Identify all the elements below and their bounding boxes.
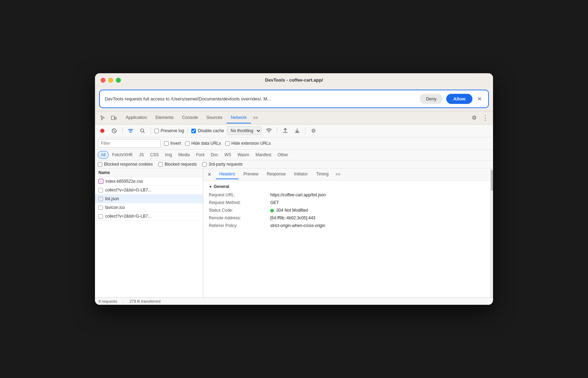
toolbar-separator-1	[122, 127, 123, 134]
file-checkbox-collect-1	[98, 188, 103, 192]
maximize-button[interactable]	[116, 78, 121, 83]
more-options-icon[interactable]: ⋮	[480, 113, 490, 123]
minimize-button[interactable]	[108, 78, 113, 83]
type-btn-css[interactable]: CSS	[147, 151, 162, 158]
network-settings-icon[interactable]: ⚙	[309, 126, 318, 135]
devtools-body: Application Elements Console Sources Net…	[95, 111, 493, 305]
type-btn-manifest[interactable]: Manifest	[253, 151, 274, 158]
detail-tab-response[interactable]: Response	[263, 169, 289, 179]
invert-checkbox[interactable]	[164, 141, 169, 146]
type-btn-font[interactable]: Font	[193, 151, 207, 158]
blocked-requests-label[interactable]: Blocked requests	[158, 162, 197, 167]
upload-icon[interactable]	[281, 126, 290, 135]
search-icon[interactable]	[138, 126, 147, 135]
type-btn-ws[interactable]: WS	[222, 151, 234, 158]
file-name-collect-2: collect?v=2&tid=G-LB7...	[105, 214, 152, 219]
toolbar-separator-3	[188, 127, 188, 134]
file-list: Name □ index-b859522e.css collect?v=2&ti…	[95, 168, 203, 297]
scrollbar-track[interactable]	[490, 168, 493, 297]
wifi-icon[interactable]	[264, 126, 273, 135]
cursor-icon[interactable]	[98, 113, 108, 123]
detail-tab-preview[interactable]: Preview	[240, 169, 262, 179]
svg-point-5	[140, 129, 144, 132]
transferred-size: 279 B transferred	[130, 299, 161, 303]
type-btn-fetch-xhr[interactable]: Fetch/XHR	[109, 151, 135, 158]
blocked-cookies-label[interactable]: Blocked response cookies	[98, 162, 153, 167]
type-btn-all[interactable]: All	[98, 151, 109, 159]
type-btn-doc[interactable]: Doc	[208, 151, 221, 158]
hide-data-urls-checkbox[interactable]	[185, 141, 190, 146]
devtools-window: DevTools - coffee-cart.app/ DevTools req…	[95, 73, 493, 305]
svg-point-2	[100, 129, 104, 133]
blocked-requests-checkbox[interactable]	[158, 162, 163, 167]
scrollbar-thumb[interactable]	[491, 170, 493, 191]
disable-cache-label[interactable]: Disable cache	[191, 128, 224, 133]
detail-row-referrer: Referrer Policy: strict-origin-when-cros…	[209, 223, 485, 228]
permission-close-button[interactable]: ✕	[476, 96, 483, 102]
hide-extension-urls-label[interactable]: Hide extension URLs	[225, 141, 271, 146]
type-filters-bar: All Fetch/XHR JS CSS Img Media Font Doc …	[95, 150, 493, 160]
titlebar: DevTools - coffee-cart.app/	[95, 73, 493, 87]
tab-console[interactable]: Console	[178, 112, 202, 123]
detail-tab-timing[interactable]: Timing	[313, 169, 332, 179]
status-bar: 9 requests | 279 B transferred	[95, 297, 493, 305]
third-party-checkbox[interactable]	[202, 162, 207, 167]
detail-tabs: ✕ Headers Preview Response Initiator Tim…	[203, 168, 490, 181]
disable-cache-checkbox[interactable]	[191, 129, 196, 133]
file-item-favicon[interactable]: favicon.ico	[95, 203, 203, 212]
stop-recording-icon[interactable]	[98, 126, 107, 135]
preserve-log-label[interactable]: Preserve log	[154, 128, 184, 133]
tab-elements[interactable]: Elements	[151, 112, 178, 123]
type-btn-wasm[interactable]: Wasm	[235, 151, 252, 158]
css-file-icon: □	[98, 179, 103, 184]
deny-button[interactable]: Deny	[420, 94, 443, 104]
detail-tab-initiator[interactable]: Initiator	[291, 169, 311, 179]
row-val-method: GET	[270, 200, 279, 205]
file-checkbox-favicon	[98, 205, 103, 210]
third-party-requests-label[interactable]: 3rd-party requests	[202, 162, 242, 167]
detail-close-button[interactable]: ✕	[206, 170, 213, 179]
detail-tab-headers[interactable]: Headers	[216, 169, 238, 179]
tab-application[interactable]: Application	[122, 112, 151, 123]
detail-content: ▼ General Request URL: https://coffee-ca…	[203, 181, 490, 297]
filter-input[interactable]	[98, 139, 161, 148]
file-item-collect-1[interactable]: collect?v=2&tid=G-LB7...	[95, 186, 203, 195]
allow-button[interactable]: Allow	[446, 94, 472, 104]
throttle-select[interactable]: No throttling	[227, 127, 262, 135]
file-item-css[interactable]: □ index-b859522e.css	[95, 177, 203, 186]
type-btn-other[interactable]: Other	[275, 151, 291, 158]
svg-rect-1	[115, 117, 116, 119]
hide-extension-urls-checkbox[interactable]	[225, 141, 230, 146]
device-toolbar-icon[interactable]	[109, 113, 119, 123]
tab-network[interactable]: Network	[227, 112, 251, 123]
download-icon[interactable]	[293, 126, 302, 135]
file-name-favicon: favicon.ico	[105, 205, 125, 210]
general-section-header[interactable]: ▼ General	[209, 184, 485, 189]
blocked-bar: Blocked response cookies Blocked request…	[95, 160, 493, 168]
hide-data-urls-label[interactable]: Hide data URLs	[185, 141, 221, 146]
type-btn-media[interactable]: Media	[176, 151, 193, 158]
file-item-list-json[interactable]: list.json	[95, 195, 203, 203]
more-tabs-button[interactable]: >>	[251, 114, 260, 122]
file-checkbox-list-json	[98, 197, 103, 201]
tab-sources[interactable]: Sources	[202, 112, 227, 123]
clear-icon[interactable]	[110, 126, 119, 135]
file-item-collect-2[interactable]: collect?v=2&tid=G-LB7...	[95, 212, 203, 221]
close-button[interactable]	[101, 78, 105, 83]
tabs-left-icons	[98, 113, 119, 123]
file-name-css: index-b859522e.css	[105, 179, 143, 184]
filter-icon[interactable]	[126, 126, 135, 135]
type-btn-img[interactable]: Img	[162, 151, 175, 158]
detail-more-tabs[interactable]: >>	[333, 171, 343, 178]
tabs-right-icons: ⚙ ⋮	[469, 113, 490, 123]
row-val-status: 304 Not Modified	[270, 208, 308, 213]
file-name-list-json: list.json	[105, 196, 119, 201]
permission-bar: DevTools requests full access to /Users/…	[99, 90, 489, 108]
file-checkbox-collect-2	[98, 214, 103, 219]
settings-icon[interactable]: ⚙	[469, 113, 479, 123]
detail-panel: ✕ Headers Preview Response Initiator Tim…	[203, 168, 490, 297]
blocked-cookies-checkbox[interactable]	[98, 162, 102, 167]
type-btn-js[interactable]: JS	[136, 151, 147, 158]
invert-label[interactable]: Invert	[164, 141, 181, 146]
preserve-log-checkbox[interactable]	[154, 129, 159, 133]
